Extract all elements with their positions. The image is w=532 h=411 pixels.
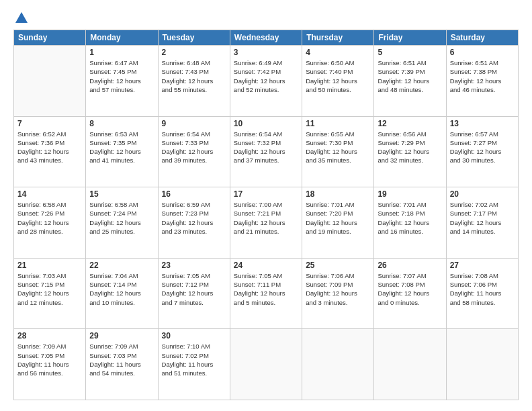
table-row: 1Sunrise: 6:47 AM Sunset: 7:45 PM Daylig… <box>86 46 158 117</box>
day-number: 29 <box>89 331 154 340</box>
day-number: 13 <box>450 119 515 128</box>
calendar-week-row: 28Sunrise: 7:09 AM Sunset: 7:05 PM Dayli… <box>14 329 519 400</box>
day-number: 28 <box>17 331 82 340</box>
day-info: Sunrise: 6:58 AM Sunset: 7:26 PM Dayligh… <box>17 200 82 236</box>
day-info: Sunrise: 7:10 AM Sunset: 7:02 PM Dayligh… <box>162 342 226 377</box>
day-info: Sunrise: 7:01 AM Sunset: 7:20 PM Dayligh… <box>306 200 370 236</box>
day-info: Sunrise: 6:58 AM Sunset: 7:24 PM Dayligh… <box>89 200 154 236</box>
day-number: 18 <box>306 189 370 199</box>
day-number: 21 <box>17 261 82 270</box>
day-number: 4 <box>306 48 370 57</box>
day-number: 2 <box>162 48 226 57</box>
table-row <box>374 329 446 400</box>
day-number: 16 <box>162 189 226 199</box>
day-info: Sunrise: 6:47 AM Sunset: 7:45 PM Dayligh… <box>89 58 154 94</box>
table-row <box>302 329 374 400</box>
day-info: Sunrise: 6:57 AM Sunset: 7:27 PM Dayligh… <box>450 130 515 165</box>
day-number: 26 <box>378 261 442 270</box>
day-number: 7 <box>17 119 82 128</box>
calendar-header-row: SundayMondayTuesdayWednesdayThursdayFrid… <box>14 30 519 46</box>
table-row: 24Sunrise: 7:05 AM Sunset: 7:11 PM Dayli… <box>230 258 302 329</box>
table-row: 15Sunrise: 6:58 AM Sunset: 7:24 PM Dayli… <box>86 187 158 259</box>
day-number: 27 <box>450 261 515 270</box>
calendar: SundayMondayTuesdayWednesdayThursdayFrid… <box>13 30 519 400</box>
day-number: 30 <box>162 331 226 340</box>
day-info: Sunrise: 7:09 AM Sunset: 7:03 PM Dayligh… <box>89 342 154 377</box>
table-row: 3Sunrise: 6:49 AM Sunset: 7:42 PM Daylig… <box>230 46 302 117</box>
table-row: 22Sunrise: 7:04 AM Sunset: 7:14 PM Dayli… <box>86 258 158 329</box>
day-number: 25 <box>306 261 370 270</box>
day-number: 19 <box>378 189 442 199</box>
day-number: 9 <box>162 119 226 128</box>
calendar-day-header: Sunday <box>14 30 86 46</box>
table-row: 10Sunrise: 6:54 AM Sunset: 7:32 PM Dayli… <box>230 116 302 187</box>
day-info: Sunrise: 6:51 AM Sunset: 7:38 PM Dayligh… <box>450 58 515 94</box>
day-info: Sunrise: 7:09 AM Sunset: 7:05 PM Dayligh… <box>17 342 82 377</box>
table-row: 27Sunrise: 7:08 AM Sunset: 7:06 PM Dayli… <box>446 258 518 329</box>
table-row: 9Sunrise: 6:54 AM Sunset: 7:33 PM Daylig… <box>158 116 230 187</box>
table-row: 17Sunrise: 7:00 AM Sunset: 7:21 PM Dayli… <box>230 187 302 259</box>
calendar-day-header: Wednesday <box>230 30 302 46</box>
logo-icon <box>14 11 29 26</box>
table-row: 12Sunrise: 6:56 AM Sunset: 7:29 PM Dayli… <box>374 116 446 187</box>
calendar-day-header: Friday <box>374 30 446 46</box>
day-info: Sunrise: 7:03 AM Sunset: 7:15 PM Dayligh… <box>17 271 82 307</box>
day-number: 1 <box>89 48 154 57</box>
day-info: Sunrise: 7:01 AM Sunset: 7:18 PM Dayligh… <box>378 200 442 236</box>
day-info: Sunrise: 7:05 AM Sunset: 7:11 PM Dayligh… <box>234 271 298 307</box>
table-row: 25Sunrise: 7:06 AM Sunset: 7:09 PM Dayli… <box>302 258 374 329</box>
table-row: 29Sunrise: 7:09 AM Sunset: 7:03 PM Dayli… <box>86 329 158 400</box>
calendar-day-header: Monday <box>86 30 158 46</box>
table-row: 5Sunrise: 6:51 AM Sunset: 7:39 PM Daylig… <box>374 46 446 117</box>
table-row: 21Sunrise: 7:03 AM Sunset: 7:15 PM Dayli… <box>14 258 86 329</box>
day-number: 5 <box>378 48 442 57</box>
calendar-week-row: 7Sunrise: 6:52 AM Sunset: 7:36 PM Daylig… <box>14 116 519 187</box>
table-row <box>230 329 302 400</box>
day-info: Sunrise: 6:56 AM Sunset: 7:29 PM Dayligh… <box>378 130 442 165</box>
calendar-day-header: Saturday <box>446 30 518 46</box>
day-number: 23 <box>162 261 226 270</box>
day-info: Sunrise: 6:59 AM Sunset: 7:23 PM Dayligh… <box>162 200 226 236</box>
day-number: 8 <box>89 119 154 128</box>
table-row: 8Sunrise: 6:53 AM Sunset: 7:35 PM Daylig… <box>86 116 158 187</box>
logo <box>13 11 30 23</box>
day-number: 15 <box>89 189 154 199</box>
table-row: 6Sunrise: 6:51 AM Sunset: 7:38 PM Daylig… <box>446 46 518 117</box>
day-number: 11 <box>306 119 370 128</box>
calendar-week-row: 21Sunrise: 7:03 AM Sunset: 7:15 PM Dayli… <box>14 258 519 329</box>
calendar-day-header: Tuesday <box>158 30 230 46</box>
day-info: Sunrise: 7:02 AM Sunset: 7:17 PM Dayligh… <box>450 200 515 236</box>
day-info: Sunrise: 7:07 AM Sunset: 7:08 PM Dayligh… <box>378 271 442 307</box>
table-row: 4Sunrise: 6:50 AM Sunset: 7:40 PM Daylig… <box>302 46 374 117</box>
page: SundayMondayTuesdayWednesdayThursdayFrid… <box>0 0 532 411</box>
day-number: 10 <box>234 119 298 128</box>
day-info: Sunrise: 7:04 AM Sunset: 7:14 PM Dayligh… <box>89 271 154 307</box>
calendar-week-row: 1Sunrise: 6:47 AM Sunset: 7:45 PM Daylig… <box>14 46 519 117</box>
day-info: Sunrise: 6:50 AM Sunset: 7:40 PM Dayligh… <box>306 58 370 94</box>
calendar-week-row: 14Sunrise: 6:58 AM Sunset: 7:26 PM Dayli… <box>14 187 519 259</box>
day-number: 17 <box>234 189 298 199</box>
day-info: Sunrise: 6:53 AM Sunset: 7:35 PM Dayligh… <box>89 130 154 165</box>
table-row: 16Sunrise: 6:59 AM Sunset: 7:23 PM Dayli… <box>158 187 230 259</box>
header <box>13 11 519 23</box>
table-row <box>446 329 518 400</box>
table-row: 14Sunrise: 6:58 AM Sunset: 7:26 PM Dayli… <box>14 187 86 259</box>
table-row: 23Sunrise: 7:05 AM Sunset: 7:12 PM Dayli… <box>158 258 230 329</box>
day-info: Sunrise: 6:48 AM Sunset: 7:43 PM Dayligh… <box>162 58 226 94</box>
day-number: 6 <box>450 48 515 57</box>
day-info: Sunrise: 6:54 AM Sunset: 7:32 PM Dayligh… <box>234 130 298 165</box>
day-info: Sunrise: 7:08 AM Sunset: 7:06 PM Dayligh… <box>450 271 515 307</box>
day-info: Sunrise: 6:54 AM Sunset: 7:33 PM Dayligh… <box>162 130 226 165</box>
calendar-day-header: Thursday <box>302 30 374 46</box>
day-number: 22 <box>89 261 154 270</box>
day-info: Sunrise: 6:55 AM Sunset: 7:30 PM Dayligh… <box>306 130 370 165</box>
day-number: 12 <box>378 119 442 128</box>
table-row: 28Sunrise: 7:09 AM Sunset: 7:05 PM Dayli… <box>14 329 86 400</box>
day-info: Sunrise: 6:52 AM Sunset: 7:36 PM Dayligh… <box>17 130 82 165</box>
day-info: Sunrise: 7:06 AM Sunset: 7:09 PM Dayligh… <box>306 271 370 307</box>
table-row: 20Sunrise: 7:02 AM Sunset: 7:17 PM Dayli… <box>446 187 518 259</box>
day-number: 24 <box>234 261 298 270</box>
day-info: Sunrise: 7:00 AM Sunset: 7:21 PM Dayligh… <box>234 200 298 236</box>
table-row: 18Sunrise: 7:01 AM Sunset: 7:20 PM Dayli… <box>302 187 374 259</box>
table-row: 26Sunrise: 7:07 AM Sunset: 7:08 PM Dayli… <box>374 258 446 329</box>
